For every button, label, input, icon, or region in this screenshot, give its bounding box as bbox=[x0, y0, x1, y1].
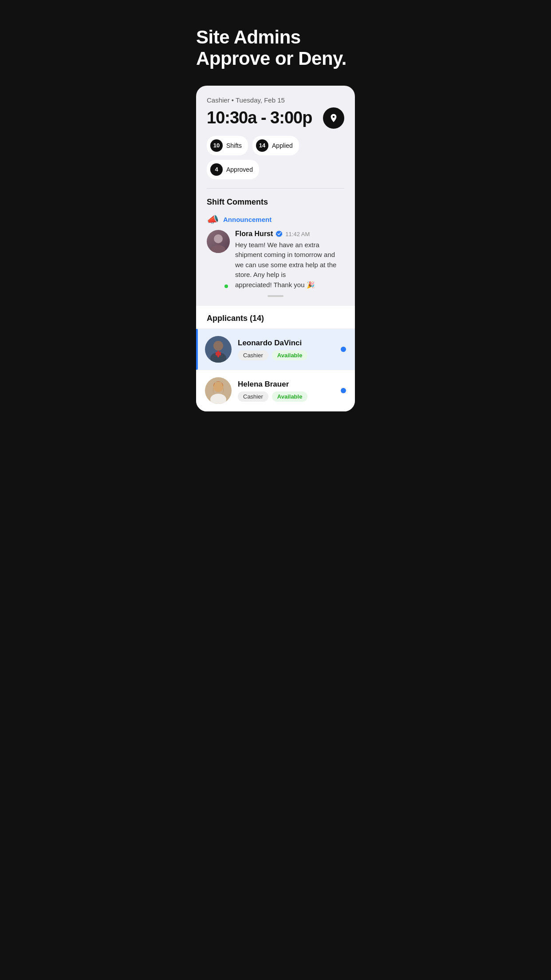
helena-status-tag: Available bbox=[272, 391, 308, 402]
shifts-badge[interactable]: 10 Shifts bbox=[207, 136, 248, 155]
leonardo-tags: Cashier Available bbox=[238, 350, 335, 360]
comments-section: Shift Comments 📣 Announcement bbox=[196, 189, 355, 306]
stats-row: 10 Shifts 14 Applied 4 Approved bbox=[207, 136, 344, 179]
helena-name: Helena Brauer bbox=[238, 380, 335, 389]
leonardo-info: Leonardo DaVinci Cashier Available bbox=[238, 339, 335, 360]
svg-point-1 bbox=[211, 245, 225, 253]
approved-badge[interactable]: 4 Approved bbox=[207, 160, 259, 179]
approved-label: Approved bbox=[226, 166, 253, 173]
applicant-item-leonardo[interactable]: Leonardo DaVinci Cashier Available bbox=[196, 329, 355, 370]
shift-time: 10:30a - 3:00p bbox=[207, 108, 312, 127]
comment-author-row: Flora Hurst 11:42 AM bbox=[235, 230, 344, 238]
selected-indicator bbox=[196, 329, 198, 370]
comment-content: Flora Hurst 11:42 AM Hey team! We have a… bbox=[235, 230, 344, 290]
applicant-item-helena[interactable]: Helena Brauer Cashier Available bbox=[196, 370, 355, 411]
leonardo-avatar bbox=[205, 336, 232, 363]
online-indicator bbox=[224, 284, 229, 289]
helena-notification-dot bbox=[341, 388, 346, 393]
headline-line2: Approve or Deny. bbox=[196, 48, 346, 69]
applied-label: Applied bbox=[272, 142, 293, 149]
announcement-label: Announcement bbox=[223, 216, 272, 223]
comment-row: Flora Hurst 11:42 AM Hey team! We have a… bbox=[207, 230, 344, 290]
flora-avatar-wrapper bbox=[207, 230, 230, 290]
helena-avatar bbox=[205, 377, 232, 404]
applied-badge[interactable]: 14 Applied bbox=[252, 136, 299, 155]
helena-info: Helena Brauer Cashier Available bbox=[238, 380, 335, 402]
applicants-header: Applicants (14) bbox=[196, 306, 355, 329]
applicants-section: Applicants (14) Leonardo DaVinci bbox=[196, 306, 355, 411]
applied-count: 14 bbox=[256, 139, 268, 152]
approved-count: 4 bbox=[210, 163, 223, 176]
card-header: Cashier • Tuesday, Feb 15 10:30a - 3:00p… bbox=[196, 86, 355, 179]
comment-time: 11:42 AM bbox=[285, 231, 310, 237]
flora-avatar bbox=[207, 230, 230, 253]
shifts-label: Shifts bbox=[226, 142, 242, 149]
svg-rect-6 bbox=[217, 351, 219, 357]
comments-title: Shift Comments bbox=[207, 198, 344, 207]
scroll-pill bbox=[268, 295, 283, 297]
page-wrapper: Site Admins Approve or Deny. Cashier • T… bbox=[184, 0, 367, 411]
scroll-indicator bbox=[207, 290, 344, 297]
leonardo-role-tag: Cashier bbox=[238, 350, 268, 360]
comment-author: Flora Hurst bbox=[235, 230, 273, 238]
svg-point-8 bbox=[213, 382, 223, 392]
shift-meta: Cashier • Tuesday, Feb 15 bbox=[207, 96, 344, 104]
leonardo-status-tag: Available bbox=[272, 350, 308, 360]
helena-avatar-svg bbox=[205, 377, 232, 404]
svg-point-0 bbox=[214, 234, 223, 243]
leonardo-name: Leonardo DaVinci bbox=[238, 339, 335, 348]
helena-tags: Cashier Available bbox=[238, 391, 335, 402]
shifts-count: 10 bbox=[210, 139, 223, 152]
flora-avatar-svg bbox=[207, 230, 230, 253]
location-icon bbox=[329, 113, 338, 123]
leonardo-notification-dot bbox=[341, 347, 346, 352]
shift-time-row: 10:30a - 3:00p bbox=[207, 107, 344, 129]
announcement-row: 📣 Announcement bbox=[207, 214, 344, 225]
verified-icon bbox=[276, 230, 283, 238]
leonardo-avatar-svg bbox=[205, 336, 232, 363]
headline-line1: Site Admins bbox=[196, 27, 301, 47]
megaphone-icon: 📣 bbox=[207, 214, 219, 225]
location-button[interactable] bbox=[323, 107, 344, 129]
svg-point-3 bbox=[213, 341, 223, 351]
comment-text: Hey team! We have an extra shipment comi… bbox=[235, 240, 344, 290]
headline: Site Admins Approve or Deny. bbox=[196, 27, 355, 70]
helena-role-tag: Cashier bbox=[238, 391, 268, 402]
shift-card: Cashier • Tuesday, Feb 15 10:30a - 3:00p… bbox=[196, 86, 355, 412]
